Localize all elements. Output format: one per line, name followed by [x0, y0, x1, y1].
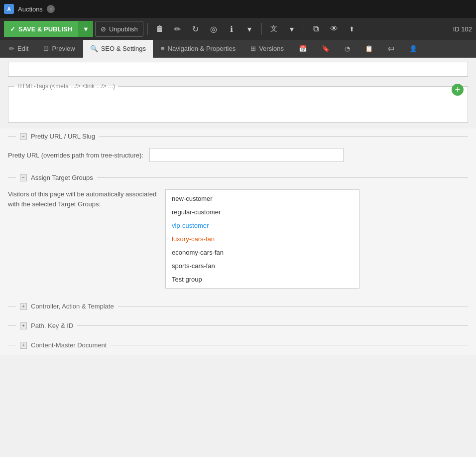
cm-divider-right — [111, 345, 468, 345]
list-item[interactable]: vip-customer — [166, 219, 359, 232]
pretty-url-collapse-icon[interactable]: − — [20, 133, 27, 140]
pretty-url-row: Pretty URL (overrides path from tree-str… — [8, 148, 468, 162]
top-input[interactable] — [8, 62, 468, 77]
info-dropdown-button[interactable]: ▾ — [241, 21, 257, 37]
versions-tab-label: Versions — [259, 45, 284, 52]
tab-chart[interactable]: ◔ — [338, 40, 357, 58]
tab-preview[interactable]: ⊡ Preview — [36, 40, 82, 58]
share-icon: ⬆ — [349, 25, 355, 33]
tab-bookmark[interactable]: 🔖 — [315, 40, 337, 58]
controller-label[interactable]: Controller, Action & Template — [31, 303, 114, 310]
chart-tab-icon: ◔ — [345, 45, 350, 52]
tab-calendar[interactable]: 📅 — [292, 40, 314, 58]
unpublish-icon: ⊘ — [101, 25, 106, 33]
controller-expand-icon[interactable]: + — [20, 303, 27, 310]
list-item[interactable]: economy-cars-fan — [166, 246, 359, 259]
path-divider-right — [77, 325, 468, 326]
html-tags-legend: HTML-Tags (<meta .../> <link .../> ...) — [14, 83, 118, 90]
bookmark-tab-icon: 🔖 — [322, 45, 330, 52]
preview-eye-button[interactable]: 👁 — [326, 21, 342, 37]
list-item[interactable]: sports-cars-fan — [166, 259, 359, 273]
content-master-label[interactable]: Content-Master Document — [31, 341, 107, 349]
pretty-url-title: Pretty URL / URL Slug — [31, 133, 95, 140]
toolbar-separator-2 — [261, 23, 262, 35]
app-title: Auctions — [18, 5, 43, 13]
divider-left — [8, 136, 16, 137]
tab-seo[interactable]: 🔍 SEO & Settings — [83, 40, 153, 58]
tab-person[interactable]: 👤 — [402, 40, 424, 58]
tabs-bar: ✏ Edit ⊡ Preview 🔍 SEO & Settings ≡ Navi… — [0, 40, 476, 58]
cm-divider-left — [8, 345, 16, 345]
trash-button[interactable]: 🗑 — [152, 21, 168, 37]
edit-tab-label: Edit — [17, 45, 28, 52]
pretty-url-input[interactable] — [149, 148, 344, 162]
preview-tab-label: Preview — [52, 45, 75, 52]
tab-clipboard[interactable]: 📋 — [358, 40, 380, 58]
target-groups-header: − Assign Target Groups — [0, 170, 476, 181]
unpublish-label: Unpublish — [109, 25, 138, 33]
edit-button[interactable]: ✏ — [170, 21, 186, 37]
target-button[interactable]: ◎ — [206, 21, 222, 37]
share-button[interactable]: ⬆ — [344, 21, 360, 37]
tab-tag[interactable]: 🏷 — [381, 40, 401, 58]
close-button[interactable]: × — [47, 5, 55, 13]
unpublish-button[interactable]: ⊘ Unpublish — [95, 21, 143, 37]
calendar-tab-icon: 📅 — [299, 45, 307, 52]
list-item[interactable]: regular-customer — [166, 205, 359, 219]
target-groups-body: Visitors of this page will be automatica… — [8, 189, 468, 289]
save-publish-label: SAVE & PUBLISH — [18, 25, 72, 33]
top-input-wrapper — [0, 58, 476, 77]
tab-navigation[interactable]: ≡ Navigation & Properties — [154, 40, 242, 58]
edit-tab-icon: ✏ — [9, 45, 14, 52]
list-item[interactable]: new-customer — [166, 192, 359, 205]
pretty-url-label: Pretty URL (overrides path from tree-str… — [8, 152, 143, 159]
tab-edit[interactable]: ✏ Edit — [2, 40, 35, 58]
toolbar-separator-1 — [147, 23, 148, 35]
id-label: ID 102 — [453, 25, 472, 33]
save-publish-button[interactable]: ✓ SAVE & PUBLISH ▼ — [4, 21, 93, 37]
path-label[interactable]: Path, Key & ID — [31, 322, 73, 329]
refresh-button[interactable]: ↻ — [188, 21, 204, 37]
chevron-down-icon-2: ▾ — [290, 24, 294, 34]
preview-tab-icon: ⊡ — [43, 45, 49, 52]
html-tags-container: HTML-Tags (<meta .../> <link .../> ...) … — [8, 83, 468, 123]
translate-button[interactable]: 文 — [266, 21, 282, 37]
pretty-url-content: Pretty URL (overrides path from tree-str… — [0, 140, 476, 170]
target-groups-collapse-icon[interactable]: − — [20, 174, 27, 181]
target-groups-title: Assign Target Groups — [31, 174, 93, 181]
target-groups-list: new-customer regular-customer vip-custom… — [165, 189, 359, 289]
external-link-button[interactable]: ⧉ — [308, 21, 324, 37]
path-section: + Path, Key & ID — [0, 316, 476, 335]
toolbar: ✓ SAVE & PUBLISH ▼ ⊘ Unpublish 🗑 ✏ ↻ ◎ ℹ… — [0, 18, 476, 40]
seo-tab-label: SEO & Settings — [101, 45, 146, 52]
save-publish-dropdown[interactable]: ▼ — [78, 21, 93, 37]
list-item[interactable]: luxury-cars-fan — [166, 232, 359, 246]
divider-right — [99, 136, 468, 137]
content-master-expand-icon[interactable]: + — [20, 342, 27, 349]
pencil-icon: ✏ — [174, 24, 181, 34]
content-area: HTML-Tags (<meta .../> <link .../> ...) … — [0, 58, 476, 355]
path-header: + Path, Key & ID — [0, 316, 476, 335]
info-button[interactable]: ℹ — [224, 21, 239, 37]
clipboard-tab-icon: 📋 — [365, 45, 373, 52]
translate-dropdown-button[interactable]: ▾ — [284, 21, 300, 37]
refresh-icon: ↻ — [192, 24, 199, 34]
save-publish-main[interactable]: ✓ SAVE & PUBLISH — [4, 21, 78, 37]
html-tags-add-button[interactable]: + — [452, 84, 464, 96]
target-groups-section: − Assign Target Groups Visitors of this … — [0, 170, 476, 297]
path-expand-icon[interactable]: + — [20, 322, 27, 329]
seo-tab-icon: 🔍 — [90, 45, 98, 52]
toolbar-separator-3 — [304, 23, 304, 35]
controller-section: + Controller, Action & Template — [0, 297, 476, 316]
pretty-url-section: − Pretty URL / URL Slug Pretty URL (over… — [0, 129, 476, 170]
content-master-header: + Content-Master Document — [0, 335, 476, 355]
tg-divider-right — [97, 177, 468, 178]
person-tab-icon: 👤 — [409, 45, 417, 52]
content-master-section: + Content-Master Document — [0, 335, 476, 355]
tab-versions[interactable]: ⊞ Versions — [243, 40, 291, 58]
dropdown-arrow-icon: ▼ — [83, 25, 89, 33]
ctrl-divider-right — [118, 306, 468, 306]
tag-tab-icon: 🏷 — [388, 45, 394, 52]
eye-icon: 👁 — [330, 24, 338, 33]
list-item[interactable]: Test group — [166, 273, 359, 286]
